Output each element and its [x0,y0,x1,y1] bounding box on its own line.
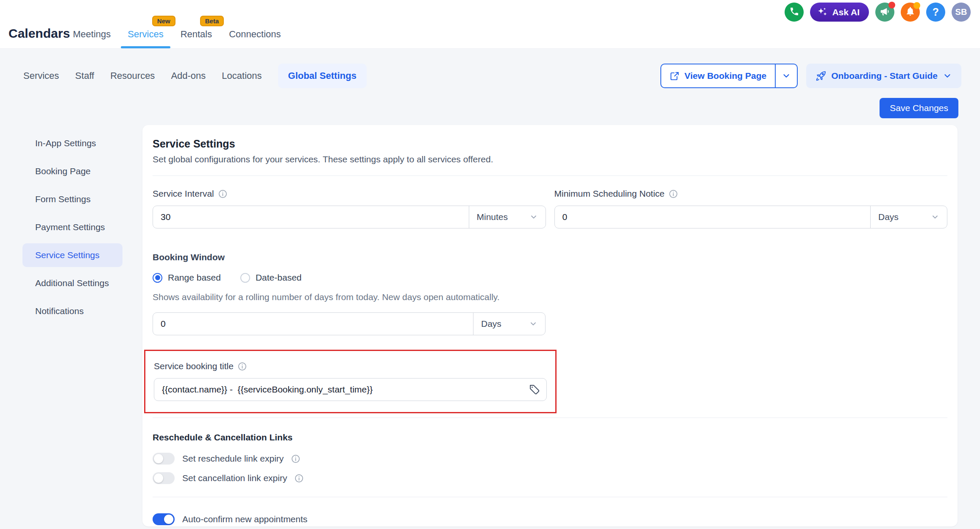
info-circle-icon[interactable] [295,474,303,483]
service-booking-title-label: Service booking title [154,361,234,371]
auto-confirm-toggle[interactable] [153,513,175,525]
minimum-scheduling-notice-field: Minimum Scheduling Notice 0 Days [554,189,948,228]
sidebar-item-notifications[interactable]: Notifications [22,299,122,323]
tag-icon[interactable] [529,384,540,395]
panel-subtitle: Set global configurations for your servi… [153,154,947,164]
external-link-icon [670,71,679,81]
settings-sidebar: In-App Settings Booking Page Form Settin… [22,131,122,323]
cancellation-expiry-row: Set cancellation link expiry [153,472,947,484]
reschedule-expiry-row: Set reschedule link expiry [153,453,947,465]
unit-label: Days [878,212,899,222]
subnav-item-resources[interactable]: Resources [110,70,155,81]
tab-label: Rentals [181,29,212,39]
services-subnav: Services Staff Resources Add-ons Locatio… [23,64,367,88]
chevron-down-icon [931,213,939,221]
info-circle-icon[interactable] [238,362,247,371]
unit-label: Minutes [477,212,508,222]
panel-title: Service Settings [153,138,947,150]
divider [153,418,947,418]
info-circle-icon[interactable] [218,189,227,198]
booking-window-description: Shows availability for a rolling number … [153,292,947,302]
service-interval-unit-select[interactable]: Minutes [469,206,546,228]
subnav-item-global-settings[interactable]: Global Settings [278,64,367,88]
min-notice-unit-select[interactable]: Days [870,206,947,228]
subnav-item-locations[interactable]: Locations [222,70,262,81]
min-notice-input[interactable]: 0 [555,206,871,228]
auto-confirm-label: Auto-confirm new appointments [182,514,307,524]
subnav-item-services[interactable]: Services [23,70,59,81]
view-booking-page-label: View Booking Page [685,71,766,81]
avatar[interactable]: SB [952,3,971,22]
reschedule-expiry-toggle[interactable] [153,453,175,465]
onboarding-button[interactable]: Onboarding - Start Guide [806,64,961,88]
save-changes-button[interactable]: Save Changes [880,98,958,118]
chevron-down-icon [529,320,537,328]
subnav-item-add-ons[interactable]: Add-ons [171,70,206,81]
phone-icon [789,6,799,18]
min-notice-label: Minimum Scheduling Notice [554,189,665,199]
tab-services[interactable]: NewServices [127,29,164,48]
chevron-down-icon [782,71,791,81]
sidebar-item-form-settings[interactable]: Form Settings [22,187,122,211]
info-circle-icon[interactable] [291,454,300,463]
sidebar-item-in-app-settings[interactable]: In-App Settings [22,131,122,155]
service-settings-panel: Service Settings Set global configuratio… [142,125,958,526]
info-circle-icon[interactable] [669,189,678,198]
announcements-button[interactable] [875,3,894,22]
radio-selected-icon [153,273,162,283]
booking-window-unit-select[interactable]: Days [473,313,545,335]
beta-badge: Beta [200,16,224,26]
service-booking-title-input[interactable]: {{contact.name}} - {{serviceBooking.only… [154,378,547,401]
top-header: Calendars Meetings NewServices BetaRenta… [0,0,980,49]
unit-label: Days [481,319,501,329]
phone-button[interactable] [785,3,804,22]
cancellation-expiry-toggle[interactable] [153,472,175,484]
radio-unselected-icon [240,273,250,283]
sidebar-item-service-settings[interactable]: Service Settings [22,243,122,267]
auto-confirm-row: Auto-confirm new appointments [153,513,947,525]
notification-dot [913,2,920,9]
tab-connections[interactable]: Connections [228,29,281,48]
subnav-actions: View Booking Page Onboarding - Start Gui… [660,64,961,88]
tab-rentals[interactable]: BetaRentals [180,29,213,48]
notifications-button[interactable] [901,3,920,22]
service-interval-field: Service Interval 30 Minutes [153,189,546,228]
service-interval-input-group: 30 Minutes [153,206,546,228]
cancellation-expiry-label: Set cancellation link expiry [182,473,287,483]
divider [153,497,947,497]
question-icon: ? [933,6,939,18]
annotation-highlight-box: Service booking title {{contact.name}} -… [144,350,557,413]
chevron-down-icon [943,71,952,81]
sidebar-item-booking-page[interactable]: Booking Page [22,159,122,183]
interval-notice-row: Service Interval 30 Minutes Minimum Sche… [153,189,947,228]
booking-window-input-group: 0 Days [153,312,546,335]
ask-ai-label: Ask AI [832,7,860,17]
unread-dot [888,2,895,8]
service-interval-input[interactable]: 30 [153,206,469,228]
divider [153,175,947,176]
ask-ai-button[interactable]: Ask AI [810,3,869,22]
view-booking-page-main[interactable]: View Booking Page [661,64,775,87]
chevron-down-icon [529,213,538,221]
radio-range-based[interactable]: Range based [153,273,221,283]
view-booking-page-dropdown[interactable] [775,64,797,87]
sidebar-item-additional-settings[interactable]: Additional Settings [22,271,122,295]
help-button[interactable]: ? [926,3,945,22]
radio-label: Range based [168,273,221,283]
service-booking-title-label-row: Service booking title [154,361,547,371]
subnav-item-staff[interactable]: Staff [75,70,94,81]
tab-meetings[interactable]: Meetings [72,29,111,48]
header-actions: Ask AI ? SB [785,3,971,22]
reschedule-links-title: Reschedule & Cancellation Links [153,432,947,443]
rocket-icon [816,71,826,81]
radio-date-based[interactable]: Date-based [240,273,302,283]
booking-window-label: Booking Window [153,252,947,262]
sidebar-item-payment-settings[interactable]: Payment Settings [22,215,122,239]
avatar-initials: SB [955,7,967,17]
megaphone-icon [880,6,891,19]
booking-window-input[interactable]: 0 [153,313,473,335]
calendar-tabs: Meetings NewServices BetaRentals Connect… [72,0,282,48]
sparkles-icon [817,7,828,18]
onboarding-label: Onboarding - Start Guide [831,71,938,81]
service-interval-label: Service Interval [153,189,214,199]
